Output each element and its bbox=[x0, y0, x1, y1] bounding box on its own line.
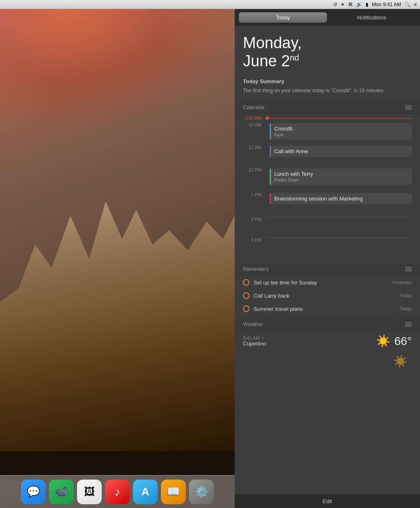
time-label-3pm: 3 PM bbox=[243, 238, 266, 242]
appstore-icon: A bbox=[142, 485, 149, 498]
time-separator-2pm bbox=[266, 217, 412, 217]
reminder-checkbox-1[interactable] bbox=[243, 292, 250, 299]
calendar-section-title: Calendar bbox=[243, 104, 265, 110]
event-lunch-terry-title: Lunch with Terry bbox=[274, 171, 408, 177]
notification-panel: Today Notifications Monday, June 2nd Tod… bbox=[235, 9, 420, 508]
mountain bbox=[0, 187, 235, 475]
date-line2-text: June 2 bbox=[243, 52, 290, 70]
weather-drag-handle bbox=[405, 322, 412, 326]
nc-edit-bar: Edit bbox=[235, 494, 420, 508]
settings-icon: ⚙️ bbox=[195, 485, 208, 498]
photos-icon: 🖼 bbox=[84, 485, 95, 498]
reminder-checkbox-2[interactable] bbox=[243, 305, 250, 312]
weather-content: 9:41 AM ↗ Cupertino ☀️ 66° ☀️ bbox=[235, 331, 420, 375]
battery-icon: ▮ bbox=[366, 2, 369, 7]
weather-time-text: 9:41 AM bbox=[243, 336, 259, 340]
time-label-10am: 10 AM bbox=[243, 122, 266, 127]
calendar-drag-handle bbox=[405, 105, 412, 110]
event-crossfit-subtitle: Gym bbox=[274, 132, 408, 137]
event-brainstorming-title: Brainstorming session with Marketing bbox=[274, 196, 408, 202]
time-row-3pm: 3 PM bbox=[235, 238, 420, 258]
event-lunch-terry[interactable]: Lunch with Terry Fred's Diner bbox=[270, 168, 412, 185]
time-separator-3pm bbox=[266, 238, 412, 238]
calendar-timeline: 9:41 AM 10 AM Crossfit Gym bbox=[235, 114, 420, 262]
reminders-section-header: Reminders bbox=[235, 262, 420, 276]
tab-notifications[interactable]: Notifications bbox=[328, 12, 416, 23]
weather-section-header: Weather bbox=[235, 317, 420, 331]
reminder-date-2: Today bbox=[400, 306, 412, 311]
nc-scrollable-content[interactable]: Monday, June 2nd Today Summary The first… bbox=[235, 26, 420, 494]
current-time-line bbox=[266, 117, 412, 120]
weather-location-col: 9:41 AM ↗ Cupertino bbox=[243, 336, 372, 347]
books-icon: 📖 bbox=[167, 485, 180, 498]
weather-time: 9:41 AM ↗ bbox=[243, 336, 372, 340]
dock-app-messages[interactable]: 💬 bbox=[21, 480, 46, 504]
current-time-indicator bbox=[266, 117, 412, 120]
menubar-time: Mon 9:41 AM bbox=[372, 2, 401, 7]
time-row-10am: 10 AM Crossfit Gym bbox=[235, 122, 420, 145]
weather-row-next: ☀️ bbox=[235, 351, 420, 371]
reminder-text-2: Summer travel plans bbox=[254, 306, 396, 312]
summary-text: The first thing on your calendar today i… bbox=[243, 87, 412, 94]
date-line1-text: Monday, bbox=[243, 34, 302, 51]
edit-button[interactable]: Edit bbox=[323, 498, 332, 504]
calendar-section-header: Calendar bbox=[235, 100, 420, 114]
reminder-date-1: Today bbox=[400, 293, 412, 298]
music-icon: ♪ bbox=[114, 485, 120, 499]
weather-location-name: Cupertino bbox=[243, 340, 372, 347]
current-time-label: 9:41 AM bbox=[243, 116, 266, 121]
dock-app-books[interactable]: 📖 bbox=[161, 480, 186, 504]
reminder-date-0: Yesterday bbox=[392, 280, 412, 285]
time-label-11am: 11 AM bbox=[243, 145, 266, 150]
dock-app-appstore[interactable]: A bbox=[133, 480, 158, 504]
events-12pm: Lunch with Terry Fred's Diner bbox=[266, 168, 412, 186]
dock-app-facetime[interactable]: 📹 bbox=[49, 480, 74, 504]
time-label-2pm: 2 PM bbox=[243, 217, 266, 222]
messages-icon: 💬 bbox=[27, 485, 40, 498]
time-row-2pm: 2 PM bbox=[235, 217, 420, 238]
event-brainstorming[interactable]: Brainstorming session with Marketing bbox=[270, 193, 412, 204]
menubar: ↺ ✦ ⌘ 🔊 ▮ Mon 9:41 AM 🔍 ≡ bbox=[0, 0, 420, 9]
nc-summary-section: Today Summary The first thing on your ca… bbox=[235, 74, 420, 100]
event-crossfit[interactable]: Crossfit Gym bbox=[270, 123, 412, 140]
reminders-section-title: Reminders bbox=[243, 266, 269, 272]
reminder-item-0[interactable]: Set up tee time for Sunday Yesterday bbox=[235, 276, 420, 289]
events-10am: Crossfit Gym bbox=[266, 122, 412, 140]
dock-app-settings[interactable]: ⚙️ bbox=[189, 480, 214, 504]
nc-date-section: Monday, June 2nd bbox=[235, 26, 420, 74]
weather-arrow-icon: ↗ bbox=[261, 336, 264, 340]
weather-temperature: 66° bbox=[394, 335, 412, 348]
facetime-icon: 📹 bbox=[55, 485, 68, 498]
summary-title: Today Summary bbox=[243, 78, 412, 84]
search-icon[interactable]: 🔍 bbox=[404, 2, 411, 7]
weather-next-icon: ☀️ bbox=[393, 354, 408, 368]
history-icon: ↺ bbox=[333, 2, 337, 7]
reminder-item-1[interactable]: Call Larry back Today bbox=[235, 289, 420, 302]
dock: 💬 📹 🖼 ♪ A 📖 ⚙️ bbox=[0, 475, 235, 508]
tab-today[interactable]: Today bbox=[239, 12, 327, 23]
weather-section-title: Weather bbox=[243, 321, 263, 327]
event-call-anne-title: Call with Anne bbox=[274, 148, 408, 154]
event-call-anne[interactable]: Call with Anne bbox=[270, 146, 412, 157]
current-time-row: 9:41 AM bbox=[235, 114, 420, 122]
time-label-12pm: 12 PM bbox=[243, 168, 266, 172]
nc-date-line1: Monday, June 2nd bbox=[243, 34, 412, 70]
events-2pm bbox=[266, 217, 412, 217]
weather-sun-icon: ☀️ bbox=[376, 334, 390, 348]
reminder-item-2[interactable]: Summer travel plans Today bbox=[235, 302, 420, 315]
current-time-dot bbox=[266, 117, 269, 120]
reminder-checkbox-0[interactable] bbox=[243, 279, 250, 286]
calendar-events-container: 9:41 AM 10 AM Crossfit Gym bbox=[235, 114, 420, 262]
dock-app-music[interactable]: ♪ bbox=[105, 480, 130, 504]
reminders-drag-handle bbox=[405, 267, 412, 271]
event-lunch-terry-subtitle: Fred's Diner bbox=[274, 177, 408, 182]
desktop-background bbox=[0, 9, 235, 508]
time-row-12pm: 12 PM Lunch with Terry Fred's Diner bbox=[235, 168, 420, 192]
reminder-text-1: Call Larry back bbox=[254, 293, 396, 299]
events-11am: Call with Anne bbox=[266, 145, 412, 158]
volume-icon: 🔊 bbox=[356, 2, 362, 7]
dock-app-photos[interactable]: 🖼 bbox=[77, 480, 102, 504]
current-time-bar bbox=[269, 118, 412, 119]
reminder-text-0: Set up tee time for Sunday bbox=[254, 280, 387, 286]
menu-icon[interactable]: ≡ bbox=[414, 2, 417, 7]
